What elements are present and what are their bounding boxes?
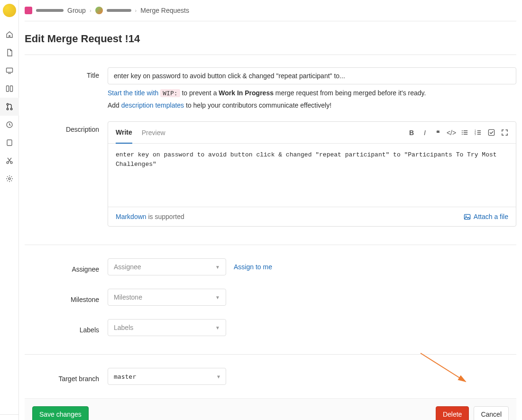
sidebar-wiki[interactable] bbox=[0, 134, 19, 152]
description-editor: Write Preview B I ❝ </> 123 bbox=[108, 121, 516, 227]
template-help-text: Add description templates to help your c… bbox=[108, 101, 516, 109]
svg-point-4 bbox=[7, 108, 9, 110]
svg-point-10 bbox=[9, 178, 10, 180]
svg-point-5 bbox=[10, 108, 12, 110]
svg-line-20 bbox=[421, 353, 466, 382]
labels-row: Labels Labels ▼ bbox=[25, 306, 516, 336]
target-branch-select[interactable]: master ▼ bbox=[108, 368, 226, 385]
milestone-row: Milestone Milestone ▼ bbox=[25, 275, 516, 306]
assignee-row: Assignee Assignee ▼ Assign to me bbox=[25, 245, 516, 275]
svg-point-8 bbox=[7, 162, 9, 164]
italic-icon[interactable]: I bbox=[421, 129, 429, 137]
markdown-link[interactable]: Markdown bbox=[116, 213, 147, 220]
assignee-select[interactable]: Assignee ▼ bbox=[108, 258, 226, 275]
sidebar-snippets[interactable] bbox=[0, 152, 19, 170]
code-icon[interactable]: </> bbox=[448, 129, 455, 137]
target-branch-label: Target branch bbox=[25, 371, 108, 383]
save-button[interactable]: Save changes bbox=[32, 406, 89, 420]
svg-rect-1 bbox=[6, 86, 9, 91]
svg-text:3: 3 bbox=[475, 133, 476, 136]
bold-icon[interactable]: B bbox=[408, 129, 415, 137]
chevron-down-icon: ▼ bbox=[215, 325, 220, 330]
tab-preview[interactable]: Preview bbox=[142, 122, 165, 143]
scissors-icon bbox=[6, 157, 13, 164]
wip-help-text: Start the title with WIP: to prevent a W… bbox=[108, 89, 516, 97]
description-label: Description bbox=[25, 121, 108, 227]
left-sidebar bbox=[0, 0, 19, 420]
page-title: Edit Merge Request !14 bbox=[25, 21, 516, 55]
svg-point-9 bbox=[10, 162, 12, 164]
file-icon bbox=[6, 49, 13, 56]
svg-rect-18 bbox=[464, 214, 470, 219]
columns-icon bbox=[6, 85, 13, 92]
description-templates-link[interactable]: description templates bbox=[121, 101, 184, 109]
sidebar-home[interactable] bbox=[0, 26, 19, 44]
title-label: Title bbox=[25, 67, 108, 109]
sidebar-repository[interactable] bbox=[0, 44, 19, 62]
milestone-label: Milestone bbox=[25, 292, 108, 303]
breadcrumb-group-text: Group bbox=[67, 7, 86, 14]
chevron-down-icon: ▼ bbox=[215, 265, 220, 270]
svg-point-3 bbox=[7, 103, 9, 105]
description-textarea[interactable] bbox=[108, 144, 516, 205]
quote-icon[interactable]: ❝ bbox=[434, 129, 442, 137]
fullscreen-icon[interactable] bbox=[501, 129, 508, 137]
group-icon bbox=[95, 7, 103, 14]
svg-rect-7 bbox=[7, 140, 12, 146]
svg-point-19 bbox=[465, 215, 466, 216]
cancel-button[interactable]: Cancel bbox=[474, 406, 509, 420]
title-row: Title Start the title with WIP: to preve… bbox=[25, 55, 516, 109]
editor-footer: Markdown is supported Attach a file bbox=[108, 207, 516, 226]
sidebar-merge-requests[interactable] bbox=[0, 98, 19, 116]
svg-rect-17 bbox=[488, 129, 494, 135]
sidebar-settings[interactable] bbox=[0, 170, 19, 188]
sidebar-ci[interactable] bbox=[0, 116, 19, 134]
numbered-list-icon[interactable]: 123 bbox=[474, 129, 482, 137]
bullet-list-icon[interactable] bbox=[461, 129, 468, 137]
main-content: Group › › Merge Requests Edit Merge Requ… bbox=[19, 0, 522, 420]
wip-code: WIP: bbox=[160, 89, 180, 97]
image-icon bbox=[464, 213, 471, 220]
svg-rect-2 bbox=[10, 86, 12, 91]
delete-button[interactable]: Delete bbox=[436, 406, 469, 420]
annotation-arrow-icon bbox=[418, 351, 475, 388]
tab-write[interactable]: Write bbox=[116, 122, 132, 144]
breadcrumb-current[interactable]: Merge Requests bbox=[140, 7, 189, 14]
breadcrumb: Group › › Merge Requests bbox=[25, 0, 516, 21]
monitor-icon bbox=[6, 67, 13, 74]
clock-icon bbox=[6, 121, 13, 128]
svg-point-13 bbox=[461, 134, 462, 135]
labels-select[interactable]: Labels ▼ bbox=[108, 319, 226, 336]
title-input[interactable] bbox=[108, 67, 516, 84]
milestone-select[interactable]: Milestone ▼ bbox=[108, 289, 226, 306]
task-list-icon[interactable] bbox=[487, 129, 495, 137]
chevron-down-icon: ▼ bbox=[217, 374, 220, 379]
svg-rect-0 bbox=[6, 68, 12, 73]
chevron-right-icon: › bbox=[90, 8, 92, 13]
svg-point-12 bbox=[461, 132, 462, 133]
description-row: Description Write Preview B I ❝ </> bbox=[25, 109, 516, 227]
breadcrumb-redacted bbox=[36, 9, 64, 12]
chevron-down-icon: ▼ bbox=[215, 295, 220, 300]
labels-label: Labels bbox=[25, 322, 108, 334]
wip-prefix-link[interactable]: Start the title with bbox=[108, 89, 160, 97]
breadcrumb-redacted-2 bbox=[107, 9, 131, 12]
book-icon bbox=[6, 139, 13, 146]
chevron-right-icon: › bbox=[135, 8, 137, 13]
assignee-label: Assignee bbox=[25, 261, 108, 273]
attach-file-button[interactable]: Attach a file bbox=[464, 213, 508, 220]
actions-bar: Save changes Delete Cancel bbox=[25, 398, 516, 420]
sidebar-boards[interactable] bbox=[0, 80, 19, 98]
editor-toolbar: B I ❝ </> 123 bbox=[408, 129, 508, 137]
project-logo[interactable] bbox=[3, 4, 16, 17]
editor-tabs: Write Preview B I ❝ </> 123 bbox=[108, 122, 516, 144]
sidebar-collapse[interactable] bbox=[0, 414, 19, 420]
home-icon bbox=[6, 31, 13, 38]
project-icon bbox=[25, 7, 32, 14]
assign-to-me-link[interactable]: Assign to me bbox=[234, 263, 272, 271]
gear-icon bbox=[6, 175, 13, 183]
merge-request-icon bbox=[6, 103, 13, 110]
target-branch-row: Target branch master ▼ bbox=[25, 355, 516, 385]
svg-point-11 bbox=[461, 130, 462, 131]
sidebar-issues[interactable] bbox=[0, 62, 19, 80]
